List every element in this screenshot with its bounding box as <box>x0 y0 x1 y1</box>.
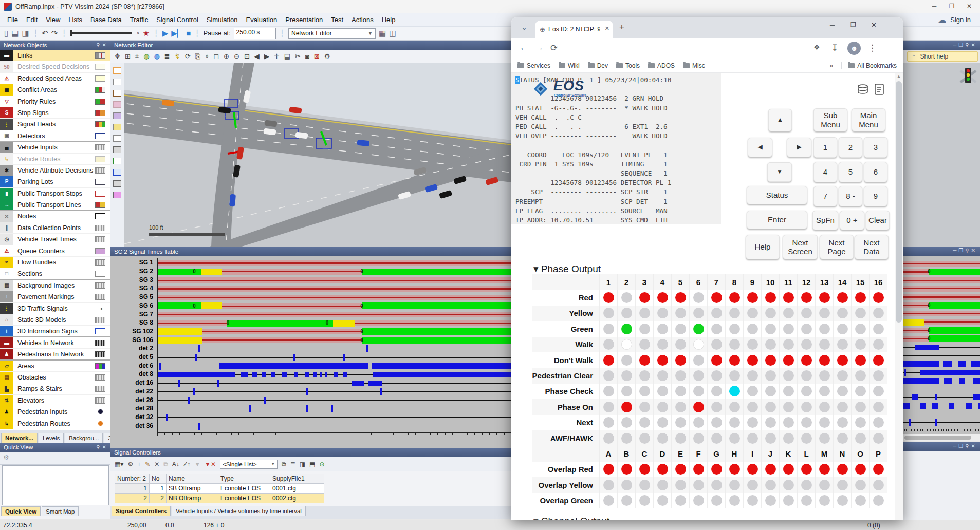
keypad---button[interactable]: ▼ <box>767 162 792 182</box>
keypad-7-button[interactable]: 7 <box>813 186 837 206</box>
list-toolbar-icon-9[interactable]: ▼ <box>194 461 200 468</box>
editor-globe-blue-icon[interactable]: ◍ <box>154 52 159 60</box>
editor-object-tool[interactable] <box>113 101 121 108</box>
network-object-item[interactable]: ▦Conflict Areas <box>0 84 110 96</box>
editor-layers-icon[interactable]: ▤ <box>284 52 290 60</box>
editor-object-tool[interactable] <box>113 67 121 74</box>
close-icon[interactable]: ✕ <box>971 443 977 449</box>
network-object-item[interactable]: ⌂Static 3D Models <box>0 314 110 326</box>
maximize-icon[interactable]: ❐ <box>958 248 965 253</box>
keypad-next-data-button[interactable]: NextData <box>855 235 889 259</box>
undo-icon[interactable]: ↶ <box>42 28 48 39</box>
editor-list-icon[interactable]: ≣ <box>164 52 170 60</box>
keypad-1-button[interactable]: 1 <box>813 137 837 158</box>
all-bookmarks[interactable]: All Bookmarks <box>841 62 897 69</box>
network-object-item[interactable]: ▨Background Images <box>0 280 110 291</box>
keypad-8--button[interactable]: 8 - <box>839 186 862 206</box>
browser-close-icon[interactable]: ✕ <box>871 21 877 29</box>
network-object-item[interactable]: ▬Links <box>0 50 110 61</box>
network-object-item[interactable]: ▽Priority Rules <box>0 96 110 107</box>
save-icon[interactable]: ◨ <box>22 28 29 39</box>
close-icon[interactable]: ✕ <box>971 42 977 48</box>
editor-cut-icon[interactable]: ✂ <box>295 52 301 60</box>
browser-tab[interactable]: ⊕ Eos ID: 2 NTCIP: 9002 ✕ <box>535 21 613 38</box>
editor-object-tool[interactable] <box>113 112 121 119</box>
minimize-icon[interactable]: ─ <box>953 248 958 253</box>
keypad---button[interactable]: ◀ <box>748 138 772 157</box>
list-toolbar-icon-10[interactable]: ▼✕ <box>205 461 216 468</box>
editor-pan-icon[interactable]: ✛ <box>274 52 280 60</box>
tab-close-icon[interactable]: ✕ <box>605 25 609 32</box>
pin-icon[interactable]: ⚲ <box>965 248 971 253</box>
network-object-item[interactable]: ⚠Queue Counters <box>0 245 110 257</box>
network-object-item[interactable]: ♟Pedestrian Inputs <box>0 406 110 418</box>
keypad-spfn-button[interactable]: SpFn <box>812 211 838 230</box>
column-header[interactable]: No <box>150 474 167 484</box>
list-toolbar-icon-r2[interactable]: ≣ <box>290 461 295 468</box>
editor-chart-delete-icon[interactable]: ⊠ <box>314 52 320 60</box>
column-header[interactable]: Type <box>218 474 270 484</box>
network-object-item[interactable]: ✱Vehicle Attribute Decisions <box>0 165 110 176</box>
editor-lightning-icon[interactable]: ↯ <box>175 52 180 60</box>
scrollbar-thumb[interactable] <box>896 81 902 323</box>
quick-view-content[interactable] <box>2 465 109 505</box>
pin-icon[interactable]: ⚲ <box>96 42 102 48</box>
network-object-item[interactable]: →Public Transport Lines <box>0 199 110 211</box>
right-hscrollbar[interactable] <box>903 434 980 441</box>
bookmark-services[interactable]: Services <box>517 62 550 69</box>
network-object-item[interactable]: ⋮3D Traffic Signals⊸ <box>0 303 110 314</box>
editor-settings-icon[interactable]: ⚙ <box>324 52 330 60</box>
network-object-item[interactable]: ↑Pavement Markings <box>0 291 110 302</box>
network-object-item[interactable]: ▤Obstacles <box>0 372 110 383</box>
keypad-6-button[interactable]: 6 <box>864 162 887 182</box>
new-file-icon[interactable]: ▯ <box>4 28 8 39</box>
menu-item-lists[interactable]: Lists <box>64 14 86 26</box>
list-toolbar-icon-r4[interactable]: ⬒ <box>309 461 315 468</box>
editor-object-tool[interactable] <box>113 135 121 142</box>
channel-output-header[interactable]: ▾ Channel Output <box>533 515 609 520</box>
scrollbar-thumb[interactable] <box>904 436 971 440</box>
close-button[interactable]: ✕ <box>960 0 978 12</box>
speed-slider[interactable] <box>70 32 132 34</box>
keypad-9-button[interactable]: 9 <box>864 186 887 206</box>
network-editor-canvas[interactable] <box>110 63 511 247</box>
bookmark-tools[interactable]: Tools <box>616 62 640 69</box>
editor-prev-view-icon[interactable]: ◀ <box>254 52 260 60</box>
keypad-0--button[interactable]: 0 + <box>840 211 864 230</box>
browser-scrollbar[interactable]: ▲ <box>895 73 903 520</box>
list-toolbar-icon-2[interactable]: ⚙ <box>127 461 133 468</box>
network-object-item[interactable]: ✕Nodes <box>0 211 110 222</box>
editor-object-tool[interactable] <box>113 180 121 187</box>
network-object-item[interactable]: ▙Ramps & Stairs <box>0 383 110 394</box>
wrench-icon[interactable]: ⚙ <box>3 453 9 461</box>
list-toolbar-icon-3[interactable]: + <box>137 461 141 468</box>
keypad-2-button[interactable]: 2 <box>839 137 862 158</box>
report-list-icon[interactable] <box>874 83 884 96</box>
editor-object-tool[interactable] <box>113 169 121 176</box>
bookmark-misc[interactable]: Misc <box>683 62 705 69</box>
profile-avatar[interactable]: ☻ <box>847 42 861 55</box>
table-row[interactable]: 11SB OfframpEconolite EOS0001.cfg <box>115 484 324 494</box>
keypad-4-button[interactable]: 4 <box>813 162 837 182</box>
column-header[interactable]: Name <box>167 474 218 484</box>
network-object-item[interactable]: ▬Vehicles In Network <box>0 337 110 349</box>
close-icon[interactable]: ✕ <box>102 444 108 450</box>
maximize-icon[interactable]: ❐ <box>958 42 965 48</box>
redo-icon[interactable]: ↷ <box>51 28 58 39</box>
list-toolbar-icon-7[interactable]: A↓ <box>172 461 179 468</box>
column-header[interactable]: Number: 2 <box>115 474 150 484</box>
keypad-sub-menu-button[interactable]: SubMenu <box>813 108 847 131</box>
list-toolbar-icon-8[interactable]: Z↑ <box>183 461 190 468</box>
network-object-item[interactable]: ▣Detectors <box>0 130 110 142</box>
editor-zoom-out-icon[interactable]: ⊖ <box>234 52 239 60</box>
editor-select[interactable]: Network Editor ▼ <box>288 28 376 39</box>
editor-snapshot-icon[interactable]: ◙ <box>305 52 309 60</box>
menu-item-view[interactable]: View <box>42 14 64 26</box>
kebab-menu-icon[interactable]: ⋮ <box>868 43 877 53</box>
list-toolbar-icon-1[interactable]: ▦▾ <box>115 461 123 468</box>
list-tab-1[interactable]: Signal Controllers <box>112 506 171 516</box>
new-tab-icon[interactable]: + <box>619 22 624 32</box>
editor-paste-icon[interactable]: ⎘ <box>195 52 200 61</box>
editor-rotate-icon[interactable]: ⟳ <box>185 52 191 60</box>
editor-next-view-icon[interactable]: ▶ <box>264 52 269 60</box>
